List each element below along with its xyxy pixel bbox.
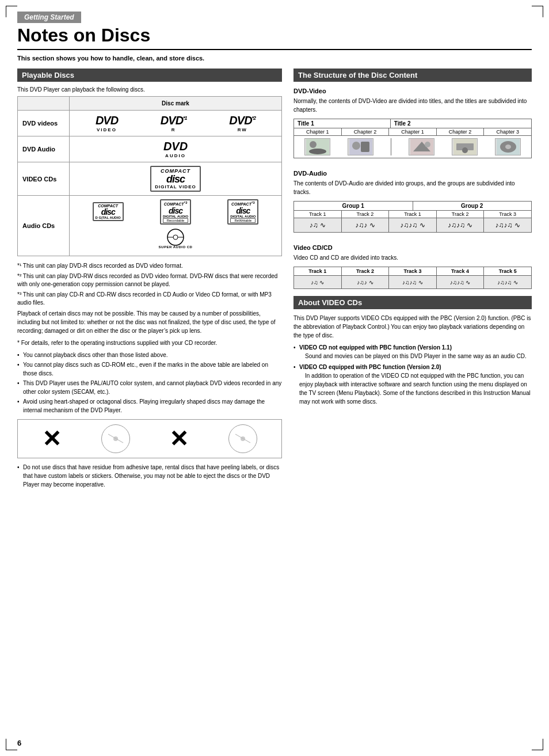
chapter-2-3: Chapter 3 — [484, 128, 531, 135]
dvd-audio-title: DVD-Audio — [293, 170, 532, 177]
getting-started-badge: Getting Started — [17, 12, 532, 25]
about-video-cds-header: About VIDEO CDs — [293, 296, 532, 309]
dvd-audio-text: The contents of DVD-Audio are divided in… — [293, 179, 532, 196]
about-bullet-2-text: In addition to operation of the VIDEO CD… — [299, 373, 531, 405]
track5-img-5: ♪♫♪♫ ∿ — [484, 276, 531, 288]
svg-point-9 — [352, 142, 360, 150]
dvd-video-logo: DVD VIDEO — [96, 114, 118, 132]
chapter-1-2: Chapter 2 — [342, 128, 390, 135]
dvd-audio-diagram: Group 1 Group 2 Track 1 Track 2 Track 1 … — [293, 201, 532, 233]
chapter-1-1: Chapter 1 — [294, 128, 342, 135]
corner-mark-br — [532, 739, 543, 750]
dvd-videos-logos: DVD VIDEO DVD*1 R DVD — [70, 111, 282, 136]
track5-2: Track 2 — [342, 267, 390, 275]
chapter-2-1: Chapter 1 — [389, 128, 437, 135]
main-content: Playable Discs This DVD Player can playb… — [17, 69, 532, 493]
about-intro: This DVD Player supports VIDEO CDs equip… — [293, 314, 532, 340]
corner-mark-bl — [6, 739, 17, 750]
table-row-audio-cds: Audio CDs COMPACT disc D G|TAL AUDIO — [18, 196, 282, 256]
audio-cds-label: Audio CDs — [18, 196, 70, 256]
about-bullet-1-text: Sound and movies can be played on this D… — [299, 353, 527, 359]
track-note-4: ♪♫♪♫ ∿ — [437, 218, 485, 232]
track5-img-4: ♪♫♪♫ ∿ — [437, 276, 485, 288]
svg-point-1 — [173, 235, 178, 240]
bullet-4: Avoid using heart-shaped or octagonal di… — [17, 397, 282, 415]
svg-point-19 — [505, 145, 511, 149]
bullet-2: You cannot play discs such as CD-ROM etc… — [17, 360, 282, 378]
svg-point-7 — [309, 149, 326, 154]
note-paragraph: Playback of certain discs may not be pos… — [17, 309, 282, 335]
track5-img-3: ♪♫♪♫ ∿ — [389, 276, 437, 288]
bullet-1: You cannot playback discs other than tho… — [17, 351, 282, 359]
about-bullet-2: VIDEO CD equipped with PBC function (Ver… — [293, 363, 532, 406]
track-note-5: ♪♫♪♫ ∿ — [484, 218, 531, 232]
track-a-5: Track 3 — [484, 211, 531, 218]
track-a-2: Track 2 — [342, 211, 390, 218]
svg-point-6 — [310, 141, 317, 148]
dvd-video-diagram: Title 1 Title 2 Chapter 1 Chapter 2 Chap… — [293, 119, 532, 158]
disc-table: Disc mark DVD videos DVD VIDEO — [17, 96, 282, 256]
video-cds-logo: COMPACT disc DIGITAL VIDEO — [70, 162, 282, 196]
video-cds-label: VIDEO CDs — [18, 162, 70, 196]
track-note-3: ♪♫♪♫ ∿ — [389, 218, 437, 232]
track5-img-1: ♪♫ ∿ — [294, 276, 342, 288]
track-note-2: ♪♫♪ ∿ — [342, 218, 390, 232]
warning-bullet-list: Do not use discs that have residue from … — [17, 463, 282, 489]
bullet-list: You cannot playback discs other than tho… — [17, 351, 282, 415]
table-row-dvd-audio: DVD Audio DVD AUDIO — [18, 136, 282, 162]
cd-rw-logo: COMPACT*3 disc DIGITAL AUDIO ReWritable — [227, 199, 258, 224]
dvd-video-text: Normally, the contents of DVD-Video are … — [293, 97, 532, 114]
dvd-rw-logo: DVD*2 RW — [229, 114, 256, 132]
cd-r-logo: COMPACT*3 disc DIGITAL AUDIO Recordable — [160, 199, 191, 224]
footnote-3: *³ This unit can play CD-R and CD-RW dis… — [17, 291, 282, 307]
disc-icon-2 — [228, 424, 257, 453]
group1-label: Group 1 — [294, 202, 413, 210]
dvd-audio-label: DVD Audio — [18, 136, 70, 162]
warning-bullet: Do not use discs that have residue from … — [17, 463, 282, 489]
structure-header: The Structure of the Disc Content — [293, 69, 532, 82]
table-row-video-cds: VIDEO CDs COMPACT disc DIGITAL VIDEO — [18, 162, 282, 196]
page-divider — [17, 49, 532, 50]
chapter-img-1 — [304, 138, 330, 155]
video-cd-text: Video CD and CD are divided into tracks. — [293, 253, 532, 262]
chapter-2-2: Chapter 2 — [437, 128, 485, 135]
asterisk-note: * For details, refer to the operating in… — [17, 339, 282, 347]
track5-5: Track 5 — [484, 267, 531, 275]
svg-point-16 — [462, 147, 468, 153]
footnote-1: *¹ This unit can play DVD-R discs record… — [17, 262, 282, 270]
title2-label: Title 2 — [391, 119, 531, 128]
track-a-1: Track 1 — [294, 211, 342, 218]
table-col-type — [18, 97, 70, 111]
about-bullet-1: VIDEO CD not equipped with PBC function … — [293, 343, 532, 360]
svg-point-13 — [425, 142, 430, 147]
dvd-audio-logo: DVD AUDIO — [70, 136, 282, 162]
footnote-2: *² This unit can play DVD-RW discs recor… — [17, 272, 282, 288]
playable-discs-intro: This DVD Player can playback the followi… — [17, 86, 282, 93]
table-row-dvd-videos: DVD videos DVD VIDEO DVD*1 R — [18, 111, 282, 136]
sacd-logo: SUPER AUDIO CD — [74, 228, 277, 252]
chapter-img-2 — [348, 138, 373, 155]
warning-box: ✕ ✕ — [17, 419, 282, 458]
dvd-videos-label: DVD videos — [18, 111, 70, 136]
track5-1: Track 1 — [294, 267, 342, 275]
video-cd-title: Video CD/CD — [293, 244, 532, 251]
dvd-video-title: DVD-Video — [293, 88, 532, 94]
track-note-1: ♪♫ ∿ — [294, 218, 342, 232]
title1-label: Title 1 — [294, 119, 391, 128]
group2-label: Group 2 — [413, 202, 532, 210]
about-bullet-2-bold: VIDEO CD equipped with PBC function (Ver… — [299, 364, 441, 370]
svg-rect-10 — [361, 142, 369, 152]
track5-3: Track 3 — [389, 267, 437, 275]
dvd-r-logo: DVD*1 R — [161, 114, 187, 132]
intro-text: This section shows you how to handle, cl… — [17, 55, 532, 62]
bullet-3: This DVD Player uses the PAL/AUTO color … — [17, 379, 282, 396]
disc-icon-1 — [101, 424, 130, 453]
track5-img-2: ♪♫♪ ∿ — [342, 276, 390, 288]
track-a-4: Track 2 — [437, 211, 485, 218]
right-column: The Structure of the Disc Content DVD-Vi… — [293, 69, 532, 493]
chapter-img-4 — [452, 138, 478, 155]
corner-mark-tr — [532, 6, 543, 17]
about-video-cds-section: About VIDEO CDs This DVD Player supports… — [293, 296, 532, 406]
svg-text:SUPER AUDIO CD: SUPER AUDIO CD — [159, 245, 193, 249]
chapter-img-5 — [495, 138, 521, 155]
